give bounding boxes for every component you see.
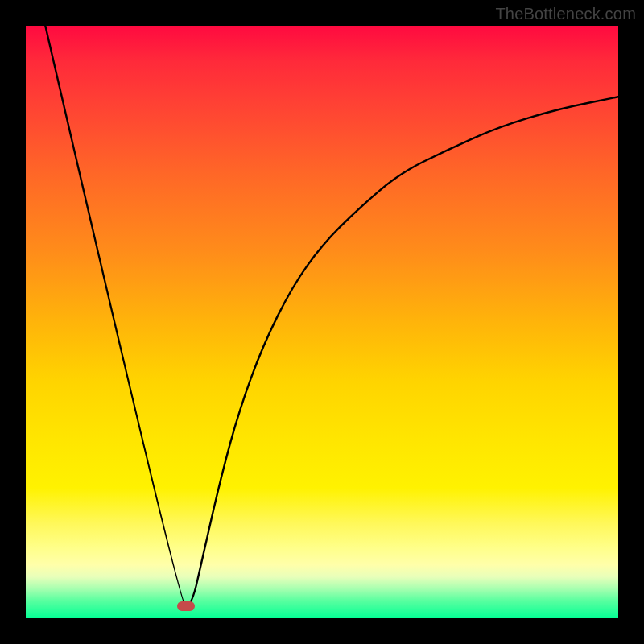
chart-frame: TheBottleneck.com <box>0 0 644 644</box>
bottleneck-curve <box>26 26 618 618</box>
watermark-text: TheBottleneck.com <box>495 5 636 23</box>
valley-marker <box>177 601 195 611</box>
plot-area <box>26 26 618 618</box>
curve-path <box>45 26 618 606</box>
